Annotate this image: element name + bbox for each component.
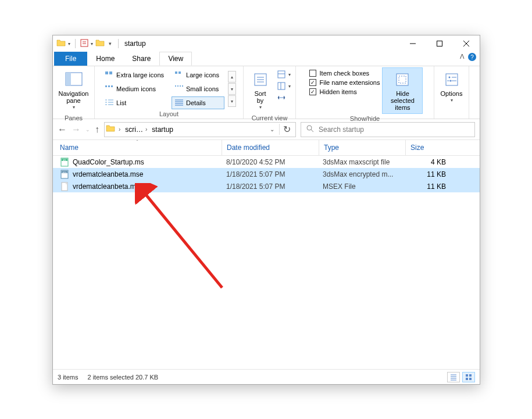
item-check-boxes-toggle[interactable]: Item check boxes — [309, 70, 380, 77]
svg-rect-31 — [466, 374, 468, 377]
svg-point-23 — [307, 126, 312, 130]
svg-rect-7 — [178, 71, 181, 74]
column-name[interactable]: ˄Name — [53, 140, 222, 155]
breadcrumb-segment[interactable]: scri…› — [123, 126, 149, 134]
group-label: Layout — [159, 109, 178, 119]
folder-icon — [106, 124, 115, 135]
properties-icon[interactable] — [80, 39, 88, 49]
tab-home[interactable]: Home — [87, 52, 123, 66]
navigation-pane-icon — [65, 70, 83, 89]
qat-dropdown-icon[interactable]: ▾ — [91, 41, 93, 46]
qat-dropdown-icon[interactable]: ▾ — [68, 41, 70, 46]
title-bar: ▾ ▾ ▾ startup — [53, 35, 480, 52]
recent-dropdown-icon[interactable]: ⌄ — [85, 127, 90, 132]
sort-by-button[interactable]: Sort by ▾ — [249, 67, 272, 113]
selection-status: 2 items selected 20.7 KB — [87, 374, 158, 381]
large-icons-icon — [174, 71, 184, 79]
svg-rect-4 — [105, 71, 108, 74]
file-row[interactable]: MSQuadColor_Startup.ms8/10/2020 4:52 PM3… — [53, 156, 480, 168]
ribbon-group-layout: Extra large icons Large icons Medium ico… — [95, 66, 244, 119]
folder-icon — [95, 38, 105, 49]
file-date: 1/18/2021 5:07 PM — [222, 170, 318, 178]
qat-overflow-icon[interactable]: ▾ — [107, 41, 113, 46]
file-date: 1/18/2021 5:07 PM — [222, 182, 318, 191]
group-by-button[interactable]: ▾ — [277, 70, 291, 79]
file-row[interactable]: MSEvrdematcleanbeta.mse1/18/2021 5:07 PM… — [53, 168, 480, 180]
file-rows: MSQuadColor_Startup.ms8/10/2020 4:52 PM3… — [53, 156, 480, 369]
layout-medium[interactable]: Medium icons — [102, 83, 169, 95]
svg-text:MS: MS — [63, 158, 66, 161]
navigation-pane-button[interactable]: Navigation pane ▾ — [56, 67, 91, 113]
layout-gallery[interactable]: Extra large icons Large icons Medium ico… — [102, 67, 224, 109]
file-size: 11 KB — [404, 170, 451, 178]
close-button[interactable] — [453, 35, 480, 52]
svg-rect-32 — [469, 374, 472, 377]
scroll-up-button[interactable]: ▴ — [228, 71, 236, 83]
svg-rect-3 — [66, 73, 71, 85]
help-icon[interactable]: ? — [468, 53, 476, 61]
collapse-ribbon-icon[interactable]: ᐱ — [460, 53, 465, 60]
svg-rect-33 — [466, 378, 468, 380]
search-box[interactable]: Search startup — [301, 122, 475, 137]
search-icon — [306, 124, 314, 134]
svg-rect-18 — [397, 74, 408, 85]
file-date: 8/10/2020 4:52 PM — [222, 158, 318, 166]
separator — [75, 39, 76, 48]
ribbon-tab-strip: File Home Share View ᐱ ? — [53, 52, 480, 66]
thumbnails-view-toggle[interactable] — [462, 372, 475, 382]
ribbon: Navigation pane ▾ Panes Extra large icon… — [53, 66, 480, 119]
tab-view[interactable]: View — [159, 52, 192, 66]
extra-large-icons-icon — [105, 71, 114, 79]
scroll-down-button[interactable]: ▾ — [228, 83, 236, 95]
svg-rect-6 — [175, 71, 177, 74]
column-size[interactable]: Size — [406, 140, 452, 155]
refresh-button[interactable]: ↻ — [279, 124, 294, 135]
layout-list[interactable]: List — [102, 96, 169, 109]
layout-details[interactable]: Details — [172, 96, 224, 109]
file-name: vrdematcleanbeta.mse — [73, 170, 143, 178]
hidden-items-toggle[interactable]: ✓Hidden items — [309, 88, 380, 95]
chevron-down-icon: ▾ — [259, 105, 262, 110]
breadcrumb-segment[interactable]: startup — [149, 126, 176, 134]
up-button[interactable]: ↑ — [95, 124, 99, 135]
window-controls — [399, 35, 480, 52]
layout-extra-large[interactable]: Extra large icons — [102, 69, 169, 81]
address-dropdown-icon[interactable]: ⌄ — [265, 126, 279, 132]
group-label — [451, 108, 452, 117]
svg-rect-0 — [81, 40, 88, 46]
svg-rect-17 — [278, 83, 285, 89]
column-type[interactable]: Type — [319, 140, 405, 155]
file-row[interactable]: vrdematcleanbeta.msex1/18/2021 5:07 PMMS… — [53, 180, 480, 192]
svg-rect-1 — [437, 41, 442, 46]
layout-small[interactable]: Small icons — [172, 83, 224, 95]
forward-button[interactable]: → — [72, 124, 81, 135]
file-name-extensions-toggle[interactable]: ✓File name extensions — [309, 79, 380, 86]
chevron-right-icon: › — [144, 126, 147, 132]
details-view-toggle[interactable] — [447, 372, 460, 382]
window-title: startup — [124, 40, 146, 48]
back-button[interactable]: ← — [58, 124, 67, 135]
chevron-down-icon: ▾ — [73, 105, 75, 110]
item-count: 3 items — [58, 374, 78, 381]
ribbon-group-show-hide: Item check boxes ✓File name extensions ✓… — [296, 66, 434, 119]
size-columns-button[interactable] — [277, 93, 291, 102]
breadcrumb-segment[interactable]: › — [115, 126, 123, 132]
options-button[interactable]: Options ▾ — [437, 67, 467, 106]
hide-icon — [393, 70, 412, 89]
scroll-expand-button[interactable]: ▾ — [228, 95, 236, 107]
tab-file[interactable]: File — [54, 52, 87, 66]
maximize-button[interactable] — [426, 35, 453, 52]
column-buttons: ▾ ▾ — [277, 67, 291, 102]
add-columns-button[interactable]: ▾ — [277, 81, 291, 91]
sort-icon — [251, 70, 270, 89]
column-date[interactable]: Date modified — [222, 140, 319, 155]
file-type: 3dsMax encrypted m... — [318, 170, 404, 178]
file-size: 11 KB — [404, 182, 451, 191]
label: Navigation pane — [59, 90, 89, 104]
svg-rect-12 — [177, 85, 178, 87]
address-bar[interactable]: › scri…› startup ⌄ ↻ — [104, 122, 296, 137]
hide-selected-items-button[interactable]: Hide selected items — [382, 67, 423, 114]
minimize-button[interactable] — [399, 35, 426, 52]
tab-share[interactable]: Share — [123, 52, 159, 66]
layout-large[interactable]: Large icons — [172, 69, 224, 81]
